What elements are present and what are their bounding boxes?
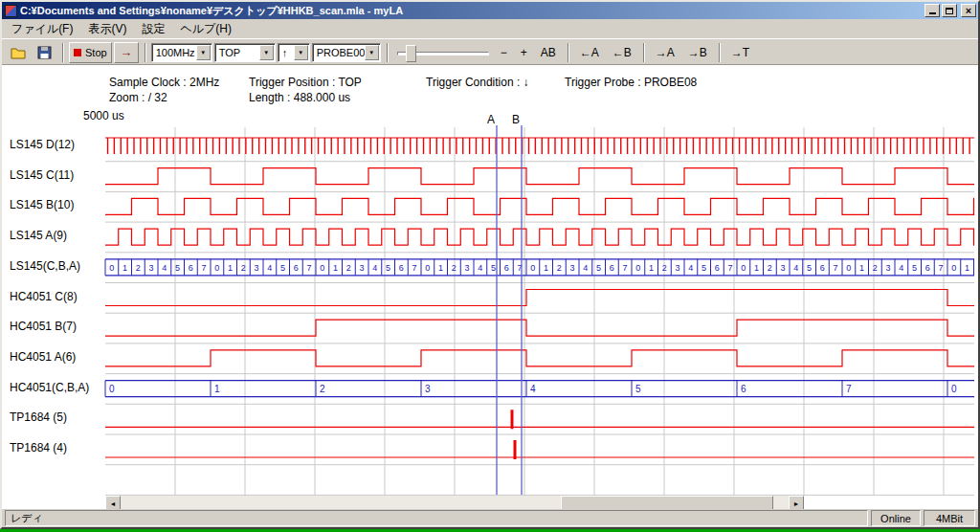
svg-text:2: 2	[768, 263, 772, 273]
svg-text:3: 3	[360, 263, 365, 273]
trigger-edge-select[interactable]: ↑ ▼	[278, 43, 310, 62]
svg-text:6: 6	[399, 263, 404, 273]
toolbar-separator	[145, 43, 145, 62]
goto-cursor-a-left-button[interactable]: ←A	[574, 42, 605, 63]
svg-text:2: 2	[346, 263, 351, 273]
maximize-icon	[946, 8, 953, 14]
minimize-button[interactable]	[924, 4, 940, 17]
save-button[interactable]	[33, 42, 56, 63]
svg-text:3: 3	[886, 263, 891, 273]
toolbar-separator	[568, 43, 568, 62]
zoom-info: Zoom : / 32	[109, 91, 167, 104]
maximize-button[interactable]	[942, 4, 957, 17]
trigger-position-select[interactable]: TOP ▼	[214, 43, 276, 62]
chevron-down-icon[interactable]: ▼	[259, 45, 274, 60]
zoom-out-button[interactable]: −	[495, 42, 513, 63]
trigger-probe-select[interactable]: PROBE00 ▼	[312, 43, 381, 62]
window-title: C:¥Documents and Settings¥noname¥デスクトップ¥…	[20, 4, 923, 18]
svg-text:1: 1	[544, 263, 548, 273]
sample-clock-select[interactable]: 100MHz ▼	[151, 43, 212, 62]
svg-text:5: 5	[635, 384, 641, 394]
svg-text:6: 6	[715, 263, 720, 273]
svg-text:2: 2	[662, 263, 667, 273]
goto-trigger-button[interactable]: →T	[725, 42, 755, 63]
close-button[interactable]: ×	[961, 4, 976, 17]
floppy-save-icon	[37, 46, 52, 59]
timebase-label: 5000 us	[83, 109, 124, 122]
folder-open-icon	[11, 46, 26, 59]
menu-help[interactable]: ヘルプ(H)	[172, 19, 239, 39]
toolbar-separator	[62, 43, 63, 62]
svg-text:4: 4	[478, 263, 482, 273]
channel-label: HC4051 B(7)	[10, 320, 77, 333]
zoom-ab-button[interactable]: AB	[535, 42, 562, 63]
status-online: Online	[871, 510, 921, 526]
close-icon: ×	[966, 6, 971, 15]
svg-text:5: 5	[912, 263, 917, 273]
svg-text:0: 0	[320, 263, 324, 273]
menu-settings[interactable]: 設定	[134, 19, 172, 39]
waveform-view[interactable]: 0123456701234567012345670123456701234567…	[2, 125, 978, 497]
horizontal-scrollbar[interactable]: ◄ ►	[105, 496, 804, 509]
svg-text:2: 2	[320, 384, 325, 394]
chevron-down-icon[interactable]: ▼	[196, 45, 211, 60]
channel-label: HC4051 C(8)	[10, 290, 78, 303]
stop-button[interactable]: Stop	[69, 42, 112, 63]
svg-text:6: 6	[610, 263, 614, 273]
menu-view[interactable]: 表示(V)	[80, 19, 134, 39]
svg-text:4: 4	[530, 384, 536, 394]
scroll-right-icon: ►	[793, 500, 800, 507]
svg-text:4: 4	[583, 263, 588, 273]
svg-text:0: 0	[425, 263, 430, 273]
svg-text:1: 1	[965, 263, 969, 273]
svg-text:4: 4	[267, 263, 272, 273]
open-button[interactable]	[6, 42, 31, 63]
svg-text:0: 0	[741, 263, 746, 273]
goto-cursor-a-right-button[interactable]: →A	[650, 42, 680, 63]
chevron-down-icon[interactable]: ▼	[365, 45, 379, 60]
trigger-condition-info: Trigger Condition : ↓	[426, 76, 529, 89]
chevron-down-icon[interactable]: ▼	[294, 45, 308, 60]
svg-text:6: 6	[820, 263, 825, 273]
toolbar: Stop → 100MHz ▼ TOP ▼ ↑ ▼ PROBE00 ▼ − + …	[2, 38, 978, 65]
channel-label: LS145 D(12)	[10, 138, 75, 151]
svg-text:4: 4	[793, 263, 798, 273]
svg-text:7: 7	[307, 263, 312, 273]
title-bar: C:¥Documents and Settings¥noname¥デスクトップ¥…	[2, 2, 978, 19]
scrollbar-thumb[interactable]	[561, 496, 773, 509]
svg-text:4: 4	[688, 263, 693, 273]
svg-text:6: 6	[189, 263, 193, 273]
svg-text:7: 7	[202, 263, 207, 273]
channel-label: HC4051(C,B,A)	[10, 381, 89, 394]
svg-text:3: 3	[425, 384, 431, 394]
app-window: C:¥Documents and Settings¥noname¥デスクトップ¥…	[0, 0, 980, 529]
menu-file[interactable]: ファイル(F)	[4, 19, 80, 39]
length-info: Length : 488.000 us	[249, 91, 350, 104]
goto-cursor-b-left-button[interactable]: ←B	[607, 42, 637, 63]
zoom-in-button[interactable]: +	[515, 42, 533, 63]
scroll-left-icon: ◄	[110, 500, 117, 507]
goto-cursor-b-right-button[interactable]: →B	[682, 42, 713, 63]
svg-text:4: 4	[899, 263, 903, 273]
svg-text:1: 1	[122, 263, 127, 273]
zoom-slider-thumb[interactable]	[406, 45, 416, 62]
svg-text:1: 1	[649, 263, 654, 273]
svg-text:0: 0	[846, 263, 851, 273]
svg-text:0: 0	[635, 263, 640, 273]
svg-text:0: 0	[951, 384, 957, 394]
svg-text:7: 7	[412, 263, 417, 273]
run-arrow-icon: →	[120, 45, 132, 59]
run-button[interactable]: →	[114, 42, 139, 63]
svg-text:2: 2	[557, 263, 562, 273]
trigger-position-info: Trigger Position : TOP	[249, 76, 362, 89]
svg-text:3: 3	[149, 263, 154, 273]
channel-label: TP1684 (4)	[10, 441, 67, 454]
svg-text:0: 0	[109, 384, 115, 394]
scroll-left-button[interactable]: ◄	[105, 496, 121, 509]
toolbar-separator	[387, 43, 388, 62]
zoom-slider[interactable]	[395, 43, 491, 62]
svg-text:0: 0	[530, 263, 535, 273]
svg-text:7: 7	[846, 384, 852, 394]
svg-text:1: 1	[754, 263, 759, 273]
scroll-right-button[interactable]: ►	[789, 496, 804, 509]
